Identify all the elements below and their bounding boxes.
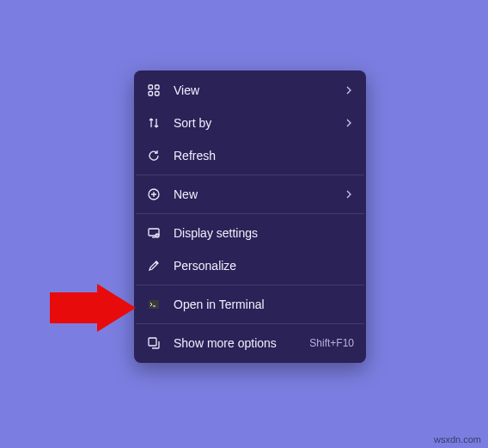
menu-item-open-terminal[interactable]: Open in Terminal bbox=[134, 288, 366, 321]
menu-item-refresh[interactable]: Refresh bbox=[134, 139, 366, 172]
menu-divider bbox=[136, 285, 364, 285]
svg-rect-3 bbox=[156, 92, 160, 96]
show-more-icon bbox=[146, 335, 162, 351]
menu-item-show-more-options[interactable]: Show more options Shift+F10 bbox=[134, 327, 366, 359]
view-icon bbox=[146, 83, 162, 98]
watermark-text: wsxdn.com bbox=[434, 434, 481, 445]
menu-item-sort-by[interactable]: Sort by bbox=[134, 107, 366, 139]
menu-item-personalize[interactable]: Personalize bbox=[134, 249, 366, 282]
chevron-right-icon bbox=[344, 85, 354, 95]
chevron-right-icon bbox=[344, 118, 354, 128]
annotation-arrow bbox=[50, 284, 136, 332]
svg-rect-2 bbox=[149, 92, 153, 96]
refresh-icon bbox=[146, 148, 162, 163]
menu-item-label: View bbox=[174, 83, 344, 97]
display-settings-icon bbox=[146, 225, 162, 241]
menu-item-label: Display settings bbox=[174, 226, 354, 240]
svg-rect-8 bbox=[149, 338, 156, 346]
svg-marker-9 bbox=[50, 284, 136, 332]
menu-item-label: Sort by bbox=[174, 116, 344, 130]
terminal-icon bbox=[146, 297, 162, 312]
menu-divider bbox=[136, 175, 364, 175]
sort-icon bbox=[146, 115, 162, 131]
new-icon bbox=[146, 187, 162, 202]
chevron-right-icon bbox=[344, 189, 354, 199]
menu-divider bbox=[136, 323, 364, 324]
menu-item-display-settings[interactable]: Display settings bbox=[134, 217, 366, 249]
menu-item-label: New bbox=[174, 187, 344, 201]
menu-item-new[interactable]: New bbox=[134, 178, 366, 211]
menu-item-label: Personalize bbox=[174, 259, 354, 273]
svg-rect-7 bbox=[149, 300, 159, 309]
desktop-context-menu: View Sort by Refresh bbox=[134, 71, 366, 363]
menu-item-view[interactable]: View bbox=[134, 74, 366, 107]
menu-item-shortcut: Shift+F10 bbox=[309, 337, 354, 349]
menu-item-label: Show more options bbox=[174, 336, 302, 350]
svg-rect-1 bbox=[156, 85, 160, 89]
menu-divider bbox=[136, 213, 364, 214]
svg-rect-0 bbox=[149, 85, 153, 89]
menu-item-label: Refresh bbox=[174, 149, 354, 163]
personalize-icon bbox=[146, 258, 162, 273]
menu-item-label: Open in Terminal bbox=[174, 298, 354, 311]
